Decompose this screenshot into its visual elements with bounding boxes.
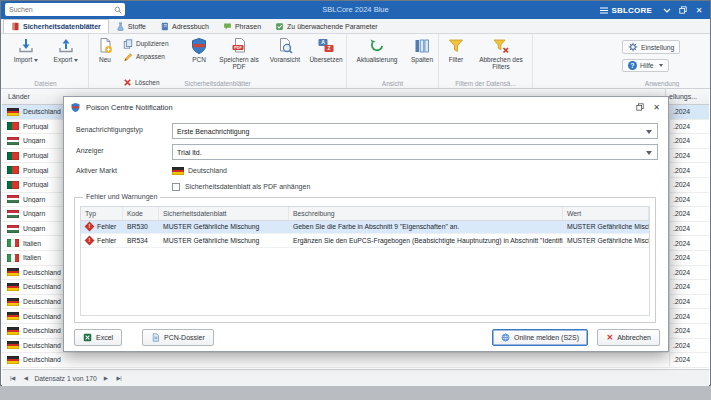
next-record-button[interactable]: ▶ — [102, 375, 110, 381]
export-button[interactable]: Export — [47, 36, 85, 78]
spalten-label: Spalten — [411, 56, 433, 63]
app-menu-button[interactable]: SBLCORE — [600, 1, 652, 19]
country-flag-icon — [7, 166, 19, 174]
date-cell: .2024 — [669, 178, 709, 192]
error-row[interactable]: !Fehler BR530 MUSTER Gefährliche Mischun… — [81, 221, 649, 235]
error-kode: BR534 — [123, 234, 159, 247]
pcn-dialog: Poison Centre Notification ✕ Benachricht… — [63, 96, 669, 352]
neu-button[interactable]: Neu — [91, 36, 119, 78]
tab-stoffe[interactable]: Stoffe — [109, 19, 153, 33]
pcn-dossier-button[interactable]: PCN-Dossier — [142, 329, 214, 346]
column-header-laender[interactable]: Länder — [8, 89, 30, 105]
pdf-anhaengen-label: Sicherheitsdatenblatt als PDF anhängen — [185, 183, 310, 190]
dialog-title: Poison Centre Notification — [86, 103, 173, 112]
country-flag-icon — [7, 137, 19, 145]
aktualisierung-button[interactable]: Aktualisierung — [349, 36, 405, 78]
first-record-button[interactable]: |◀ — [8, 375, 17, 381]
aktiver-markt-flag-icon — [172, 167, 184, 175]
date-cell: .2024 — [669, 105, 709, 119]
anzeiger-select[interactable]: Trial ltd. — [172, 144, 658, 160]
gear-icon — [628, 42, 638, 52]
columns-icon — [413, 37, 431, 55]
country-flag-icon — [7, 283, 19, 291]
duplizieren-label: Duplizieren — [136, 40, 169, 47]
online-melden-label: Online melden (S2S) — [514, 334, 579, 341]
aktiver-markt-value: Deutschland — [188, 167, 227, 174]
ribbon: Import Export Dateien Neu Duplizieren — [1, 34, 710, 89]
search-box[interactable] — [5, 3, 125, 16]
column-header-kode[interactable]: Kode — [123, 207, 159, 220]
error-wert: MUSTER Gefährliche Mischung — [563, 234, 649, 247]
dialog-restore-icon[interactable] — [633, 101, 646, 113]
dialog-close-icon[interactable]: ✕ — [650, 101, 663, 113]
hilfe-button[interactable]: ? Hilfe — [622, 59, 669, 72]
ribbon-group-anwendung: Einstellung ? Hilfe Anwendung — [614, 34, 710, 88]
hilfe-label: Hilfe — [640, 62, 654, 69]
dossier-icon — [151, 333, 160, 342]
restore-window-icon[interactable] — [675, 3, 691, 17]
pcn-shield-icon — [190, 37, 208, 55]
date-cell: .2024 — [669, 339, 709, 353]
tab-adressbuch[interactable]: Adressbuch — [153, 19, 216, 33]
date-cell: .2024 — [669, 236, 709, 250]
country-flag-icon — [7, 195, 19, 203]
error-row[interactable]: !Fehler BR534 MUSTER Gefährliche Mischun… — [81, 234, 649, 248]
country-flag-icon — [7, 356, 19, 364]
column-header-wert[interactable]: Wert — [563, 207, 649, 220]
svg-text:PDF: PDF — [234, 46, 242, 50]
einstellung-button[interactable]: Einstellung — [622, 40, 680, 54]
date-cell: .2024 — [669, 295, 709, 309]
filter-button[interactable]: Filter — [441, 36, 471, 78]
uebersetzen-button[interactable]: AZ Übersetzen — [307, 36, 345, 78]
red-book-icon — [11, 22, 20, 31]
online-melden-button[interactable]: Online melden (S2S) — [492, 329, 588, 346]
pdf-anhaengen-checkbox[interactable] — [172, 183, 180, 191]
tab-phrasen[interactable]: Phrasen — [216, 19, 268, 33]
table-row[interactable]: Deutschland.2024 — [2, 353, 709, 368]
abbrechen-des-filters-button[interactable]: Abbrechen des Filters — [473, 36, 529, 78]
close-window-icon[interactable]: ✕ — [691, 3, 707, 17]
pcn-button[interactable]: PCN — [185, 36, 213, 78]
einstellung-label: Einstellung — [641, 44, 674, 51]
speichern-als-pdf-button[interactable]: PDF Speichern als PDF — [215, 36, 263, 78]
column-header-sicherheitsdatenblatt[interactable]: Sicherheitsdatenblatt — [159, 207, 289, 220]
date-cell: .2024 — [669, 120, 709, 134]
previous-record-button[interactable]: ◀ — [22, 375, 30, 381]
search-icon — [114, 6, 122, 14]
last-record-button[interactable]: ▶| — [115, 375, 124, 381]
group-label-ansicht: Ansicht — [347, 80, 438, 87]
column-header-beschreibung[interactable]: Beschreibung — [289, 207, 563, 220]
country-flag-icon — [7, 254, 19, 262]
error-beschreibung: Geben Sie die Farbe in Abschnitt 9 "Eige… — [289, 221, 563, 234]
tab-zu-ueberwachende-parameter[interactable]: Zu überwachende Parameter — [268, 19, 385, 33]
pcn-dossier-label: PCN-Dossier — [164, 334, 205, 341]
search-input[interactable] — [9, 6, 114, 13]
record-counter: Datensatz 1 von 170 — [34, 375, 96, 382]
anpassen-button[interactable]: Anpassen — [121, 50, 183, 63]
svg-text:A: A — [321, 39, 325, 45]
error-typ: Fehler — [97, 237, 116, 244]
funnel-cancel-icon — [492, 37, 510, 55]
group-label-anwendung: Anwendung — [614, 80, 710, 87]
pcn-label: PCN — [192, 56, 206, 63]
new-document-icon — [96, 37, 114, 55]
column-header-typ[interactable]: Typ — [81, 207, 123, 220]
brand-label: SBLCORE — [611, 6, 652, 15]
error-beschreibung: Ergänzen Sie den EuPCS-Fragebogen (Beabs… — [289, 234, 563, 247]
collapse-ribbon-icon[interactable] — [659, 3, 675, 17]
date-cell: .2024 — [669, 222, 709, 236]
voransicht-button[interactable]: Voransicht — [265, 36, 305, 78]
duplizieren-button[interactable]: Duplizieren — [121, 37, 183, 50]
benachrichtigungstyp-select[interactable]: Erste Benachrichtigung — [172, 123, 658, 139]
import-button[interactable]: Import — [7, 36, 45, 78]
tab-sicherheitsdatenblaetter[interactable]: Sicherheitsdatenblätter — [3, 19, 109, 33]
abbrechen-button[interactable]: ✕ Abbrechen — [597, 329, 660, 346]
excel-button[interactable]: Excel — [74, 329, 122, 346]
filter-label: Filter — [449, 56, 463, 63]
abbrechen-des-filters-label: Abbrechen des Filters — [473, 56, 529, 70]
window-controls: ✕ — [659, 1, 707, 19]
spalten-button[interactable]: Spalten — [407, 36, 437, 78]
ribbon-tabs: Sicherheitsdatenblätter Stoffe Adressbuc… — [1, 19, 710, 34]
tab-label: Adressbuch — [172, 23, 209, 30]
column-header-erstellungsdatum[interactable]: ellungs... — [665, 89, 705, 105]
